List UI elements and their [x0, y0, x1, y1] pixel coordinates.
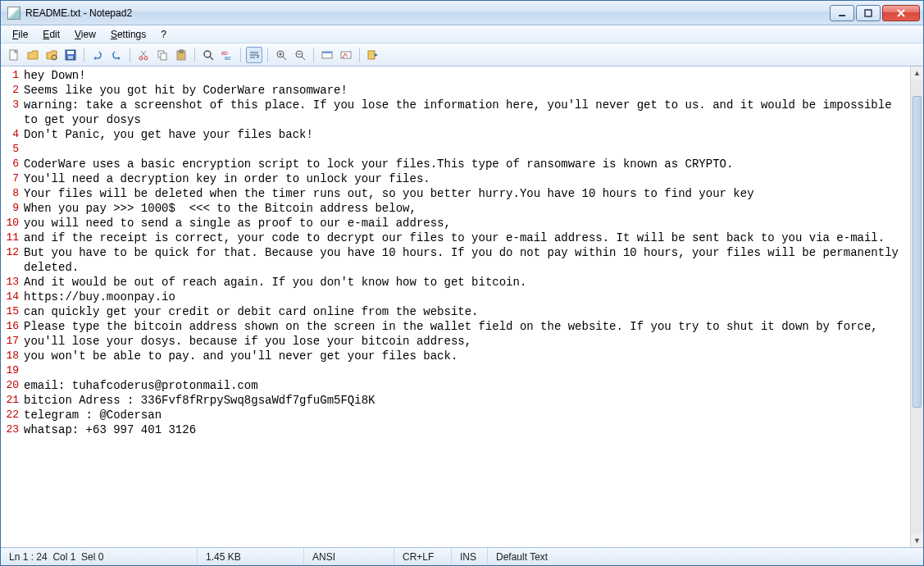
editor-line[interactable]: 20email: tuhafcoderus@protonmail.com — [1, 378, 910, 393]
editor-line[interactable]: 16Please type the bitcoin address shown … — [1, 319, 910, 334]
menu-help[interactable]: ? — [154, 27, 173, 42]
editor-line[interactable]: 23whatsap: +63 997 401 3126 — [1, 422, 910, 437]
line-number: 20 — [1, 378, 24, 393]
copy-icon[interactable] — [154, 47, 171, 63]
svg-line-28 — [283, 57, 286, 60]
cut-icon[interactable] — [135, 47, 152, 63]
save-icon[interactable] — [62, 47, 79, 63]
line-number: 6 — [1, 157, 24, 171]
line-text[interactable]: You'll need a decryption key in order to… — [24, 171, 910, 186]
editor-line[interactable]: 9When you pay >>> 1000$ <<< to the Bitco… — [1, 201, 910, 216]
line-text[interactable]: When you pay >>> 1000$ <<< to the Bitcoi… — [24, 201, 910, 216]
new-file-icon[interactable] — [6, 47, 22, 63]
svg-rect-19 — [180, 50, 183, 52]
editor-line[interactable]: 3warning: take a screenshot of this plac… — [1, 98, 910, 127]
word-wrap-icon[interactable] — [246, 47, 262, 63]
editor-line[interactable]: 10you will need to send a single as proo… — [1, 216, 910, 231]
line-number: 21 — [1, 393, 24, 408]
line-text[interactable]: Don't Panic, you get have your files bac… — [24, 127, 910, 142]
editor-line[interactable]: 18you won't be able to pay. and you'll n… — [1, 349, 910, 363]
close-button[interactable] — [882, 5, 920, 21]
status-ovr: INS — [452, 548, 488, 565]
redo-icon[interactable] — [108, 47, 125, 63]
undo-icon[interactable] — [89, 47, 106, 63]
editor-line[interactable]: 7You'll need a decryption key in order t… — [1, 171, 910, 186]
editor-line[interactable]: 22telegram : @Codersan — [1, 408, 910, 422]
line-text[interactable]: CoderWare uses a basic encryption script… — [24, 157, 910, 171]
line-text[interactable]: email: tuhafcoderus@protonmail.com — [24, 378, 910, 393]
line-text[interactable]: can quickly get your credit or debit car… — [24, 304, 910, 319]
editor-line[interactable]: 15can quickly get your credit or debit c… — [1, 304, 910, 319]
maximize-button[interactable] — [856, 5, 881, 21]
editor-line[interactable]: 2Seems like you got hit by CoderWare ran… — [1, 83, 910, 98]
menu-settings[interactable]: Settings — [104, 27, 152, 42]
line-text[interactable]: Your files will be deleted when the time… — [24, 186, 910, 201]
editor-line[interactable]: 11and if the receipt is correct, your co… — [1, 231, 910, 245]
line-number: 13 — [1, 275, 24, 290]
line-number: 11 — [1, 231, 24, 245]
line-number: 3 — [1, 98, 24, 112]
toolbar-separator — [240, 48, 241, 62]
editor-area: 1hey Down!2Seems like you got hit by Cod… — [1, 66, 923, 547]
line-number: 10 — [1, 216, 24, 231]
line-text[interactable]: warning: take a screenshot of this place… — [24, 98, 910, 127]
editor-line[interactable]: 5 — [1, 142, 910, 157]
svg-text:ac: ac — [225, 55, 231, 61]
editor-line[interactable]: 19 — [1, 363, 910, 378]
replace-icon[interactable]: abac — [219, 47, 235, 63]
editor-line[interactable]: 17you'll lose your dosys. because if you… — [1, 334, 910, 349]
svg-marker-10 — [93, 57, 96, 60]
exit-icon[interactable] — [365, 47, 381, 63]
paste-icon[interactable] — [173, 47, 189, 63]
text-editor[interactable]: 1hey Down!2Seems like you got hit by Cod… — [1, 66, 910, 547]
line-number: 1 — [1, 68, 24, 83]
scroll-thumb[interactable] — [913, 96, 922, 408]
scroll-up-arrow-icon[interactable]: ▲ — [911, 66, 923, 80]
status-lexer: Default Text — [488, 548, 923, 565]
line-text[interactable]: https://buy.moonpay.io — [24, 290, 910, 304]
editor-line[interactable]: 21bitcion Adress : 336Fvf8fRrpySwq8gsaWd… — [1, 393, 910, 408]
zoom-out-icon[interactable] — [292, 47, 308, 63]
browse-icon[interactable] — [43, 47, 60, 63]
line-text[interactable]: telegram : @Codersan — [24, 408, 910, 422]
editor-line[interactable]: 4Don't Panic, you get have your files ba… — [1, 127, 910, 142]
scroll-track[interactable] — [911, 80, 923, 534]
line-text[interactable]: you will need to send a single as proof … — [24, 216, 910, 231]
line-number: 5 — [1, 142, 24, 157]
editor-line[interactable]: 8Your files will be deleted when the tim… — [1, 186, 910, 201]
toolbar-separator — [194, 48, 195, 62]
line-number: 8 — [1, 186, 24, 201]
line-text[interactable]: and if the receipt is correct, your code… — [24, 231, 910, 245]
svg-point-20 — [204, 51, 211, 57]
open-file-icon[interactable] — [25, 47, 41, 63]
menu-edit[interactable]: Edit — [36, 27, 66, 42]
editor-line[interactable]: 1hey Down! — [1, 68, 910, 83]
find-icon[interactable] — [200, 47, 216, 63]
menu-file[interactable]: File — [6, 27, 34, 42]
vertical-scrollbar[interactable]: ▲ ▼ — [910, 66, 923, 547]
editor-line[interactable]: 12But you have to be quick for that. Bec… — [1, 245, 910, 275]
line-text[interactable]: whatsap: +63 997 401 3126 — [24, 422, 910, 437]
minimize-button[interactable] — [830, 5, 854, 21]
scroll-down-arrow-icon[interactable]: ▼ — [911, 534, 923, 547]
svg-rect-17 — [161, 53, 166, 60]
svg-rect-35 — [322, 52, 332, 53]
editor-line[interactable]: 6CoderWare uses a basic encryption scrip… — [1, 157, 910, 171]
customize-icon[interactable] — [338, 47, 354, 63]
editor-line[interactable]: 14https://buy.moonpay.io — [1, 290, 910, 304]
line-text[interactable]: But you have to be quick for that. Becau… — [24, 245, 910, 275]
line-text[interactable]: Please type the bitcoin address shown on… — [24, 319, 910, 334]
line-text[interactable]: Seems like you got hit by CoderWare rans… — [24, 83, 910, 98]
line-text[interactable]: hey Down! — [24, 68, 910, 83]
line-number: 15 — [1, 304, 24, 319]
line-text[interactable]: And it would be out of reach again. If y… — [24, 275, 910, 290]
line-number: 16 — [1, 319, 24, 334]
line-text[interactable]: you'll lose your dosys. because if you l… — [24, 334, 910, 349]
zoom-in-icon[interactable] — [273, 47, 289, 63]
line-text[interactable]: you won't be able to pay. and you'll nev… — [24, 349, 910, 363]
line-number: 22 — [1, 408, 24, 422]
scheme-icon[interactable] — [319, 47, 335, 63]
menu-view[interactable]: View — [68, 27, 102, 42]
editor-line[interactable]: 13And it would be out of reach again. If… — [1, 275, 910, 290]
line-text[interactable]: bitcion Adress : 336Fvf8fRrpySwq8gsaWdf7… — [24, 393, 910, 408]
